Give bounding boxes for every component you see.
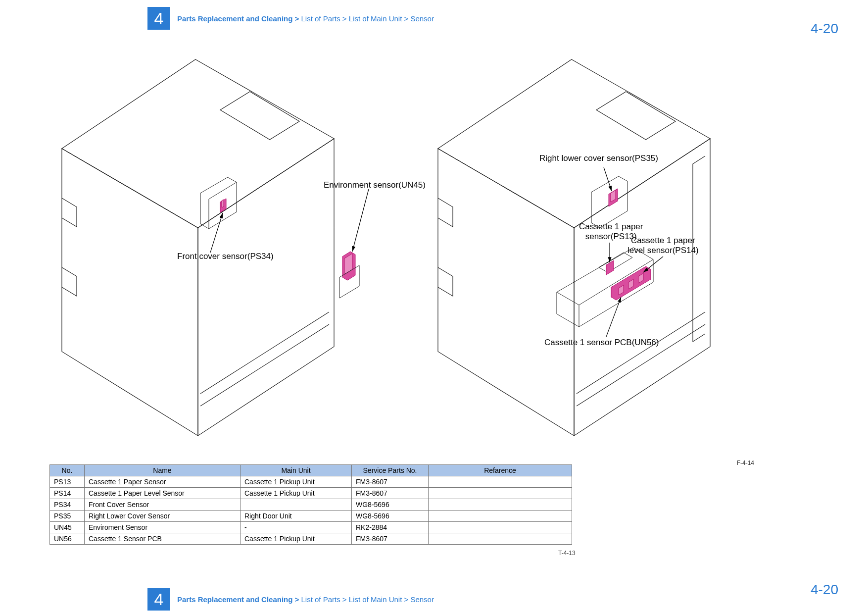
table-row: UN56 Cassette 1 Sensor PCB Cassette 1 Pi… [50,533,572,545]
chapter-number-footer: 4 [147,588,170,611]
th-name: Name [85,465,241,476]
th-reference: Refarence [429,465,572,476]
callout-ps35: Right lower cover sensor(PS35) [539,154,658,163]
svg-line-0 [352,189,369,252]
breadcrumb: Parts Replacement and Cleaning > List of… [177,14,434,23]
table-row: PS35 Right Lower Cover Sensor Right Door… [50,511,572,522]
footer-bar: 4 Parts Replacement and Cleaning > List … [147,588,434,611]
table-caption: T-4-13 [558,550,576,557]
breadcrumb-bold: Parts Replacement and Cleaning > [177,14,301,23]
callout-ps14: Cassette 1 paper level sensor(PS14) [627,236,699,256]
table-row: PS14 Cassette 1 Paper Level Sensor Casse… [50,488,572,499]
breadcrumb-rest-footer: List of Parts > List of Main Unit > Sens… [301,595,434,604]
figure-caption: F-4-14 [737,460,754,466]
page-number-top: 4-20 [811,21,838,37]
table-row: PS13 Cassette 1 Paper Sensor Cassette 1 … [50,476,572,488]
parts-table: No. Name Main Unit Service Parts No. Ref… [49,464,572,545]
breadcrumb-bold-footer: Parts Replacement and Cleaning > [177,595,301,604]
chapter-number: 4 [147,7,170,30]
svg-line-5 [606,297,621,337]
th-no: No. [50,465,85,476]
table-header-row: No. Name Main Unit Service Parts No. Ref… [50,465,572,476]
th-serviceparts: Service Parts No. [352,465,429,476]
table-row: UN45 Enviroment Sensor - RK2-2884 [50,522,572,533]
diagram-area: Environment sensor(UN45) Front cover sen… [49,45,782,456]
svg-line-2 [604,167,612,191]
callout-un45: Environment sensor(UN45) [324,180,426,190]
header-bar: 4 Parts Replacement and Cleaning > List … [147,7,434,30]
callout-un56: Cassette 1 sensor PCB(UN56) [544,338,659,348]
page-number-bottom: 4-20 [811,582,838,598]
th-mainunit: Main Unit [241,465,352,476]
svg-line-1 [210,213,223,253]
breadcrumb-rest: List of Parts > List of Main Unit > Sens… [301,14,434,23]
callout-ps34: Front cover sensor(PS34) [177,252,274,261]
table-row: PS34 Front Cover Sensor WG8-5696 [50,499,572,511]
breadcrumb-footer: Parts Replacement and Cleaning > List of… [177,595,434,604]
